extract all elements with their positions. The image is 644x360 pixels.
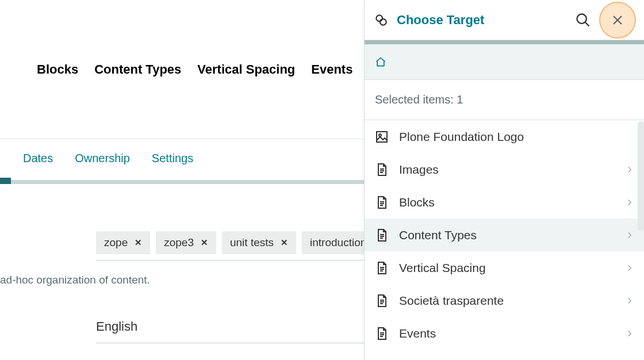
target-item[interactable]: Vertical Spacing: [365, 251, 644, 284]
language-value[interactable]: English: [96, 319, 137, 334]
tag-label: introduction: [310, 236, 366, 249]
document-icon: [375, 261, 389, 275]
document-icon: [375, 327, 389, 340]
panel-accent-bar: [365, 40, 644, 44]
breadcrumb: Blocks Content Types Vertical Spacing Ev…: [37, 62, 352, 77]
document-icon: [375, 228, 389, 242]
close-icon: [611, 13, 624, 27]
breadcrumb-item[interactable]: Vertical Spacing: [197, 62, 295, 77]
scrollbar[interactable]: [638, 121, 644, 231]
svg-point-0: [376, 15, 382, 21]
document-icon: [375, 163, 389, 177]
selected-items-label: Selected items: 1: [375, 93, 463, 106]
target-item-label: Events: [399, 327, 615, 340]
svg-rect-6: [377, 132, 387, 142]
tag-label: zope3: [164, 236, 194, 249]
chevron-right-icon[interactable]: [626, 264, 634, 272]
target-item[interactable]: Events: [365, 317, 644, 350]
image-icon: [375, 130, 389, 144]
tab-indicator: [0, 178, 11, 184]
target-item[interactable]: Content Types: [365, 219, 644, 251]
tag[interactable]: zope✕: [96, 231, 150, 254]
tab-track: [0, 180, 427, 184]
breadcrumb-item[interactable]: Content Types: [94, 62, 181, 77]
target-item-label: Images: [399, 163, 615, 177]
chevron-right-icon[interactable]: [626, 297, 634, 305]
link-icon: [374, 13, 389, 28]
tag[interactable]: unit tests✕: [222, 231, 296, 254]
svg-point-2: [577, 14, 586, 23]
tag[interactable]: zope3✕: [156, 231, 216, 254]
tag-label: unit tests: [230, 236, 274, 249]
target-item-label: Plone Foundation Logo: [399, 130, 634, 144]
target-item[interactable]: Images: [365, 153, 644, 186]
home-icon: [375, 56, 386, 68]
close-button[interactable]: [599, 2, 636, 39]
selected-items-row[interactable]: Selected items: 1: [365, 80, 644, 120]
property-tabs: Dates Ownership Settings: [23, 152, 193, 165]
tab-dates[interactable]: Dates: [23, 152, 53, 165]
svg-line-3: [585, 22, 589, 26]
chevron-right-icon[interactable]: [626, 330, 634, 338]
target-item-label: Vertical Spacing: [399, 261, 615, 275]
target-item-label: Content Types: [399, 228, 615, 242]
document-icon: [375, 294, 389, 308]
target-item-label: Blocks: [399, 196, 615, 209]
breadcrumb-item[interactable]: Events: [311, 62, 352, 77]
tags-field[interactable]: zope✕ zope3✕ unit tests✕ introduction: [96, 231, 374, 254]
target-list: Plone Foundation LogoImagesBlocksContent…: [365, 120, 644, 350]
chevron-right-icon[interactable]: [626, 198, 634, 206]
panel-title: Choose Target: [397, 13, 567, 28]
breadcrumb-home-row[interactable]: [365, 44, 644, 80]
tab-settings[interactable]: Settings: [152, 152, 193, 165]
remove-tag-icon[interactable]: ✕: [135, 238, 142, 248]
chevron-right-icon[interactable]: [626, 166, 634, 174]
target-item[interactable]: Società trasparente: [365, 284, 644, 317]
svg-point-7: [379, 134, 381, 136]
target-item-label: Società trasparente: [399, 294, 615, 308]
target-item[interactable]: Plone Foundation Logo: [365, 120, 644, 153]
remove-tag-icon[interactable]: ✕: [281, 238, 288, 248]
chevron-right-icon[interactable]: [626, 231, 634, 239]
svg-point-1: [380, 18, 386, 25]
search-icon[interactable]: [575, 12, 591, 28]
choose-target-panel: Choose Target Selected items:: [364, 0, 644, 360]
field-hint: ad-hoc organization of content.: [0, 274, 150, 286]
breadcrumb-item[interactable]: Blocks: [37, 62, 78, 77]
tag-label: zope: [104, 236, 128, 249]
target-item[interactable]: Blocks: [365, 186, 644, 219]
document-icon: [375, 196, 389, 209]
remove-tag-icon[interactable]: ✕: [201, 238, 208, 248]
panel-header: Choose Target: [365, 0, 644, 40]
tab-ownership[interactable]: Ownership: [75, 152, 130, 165]
